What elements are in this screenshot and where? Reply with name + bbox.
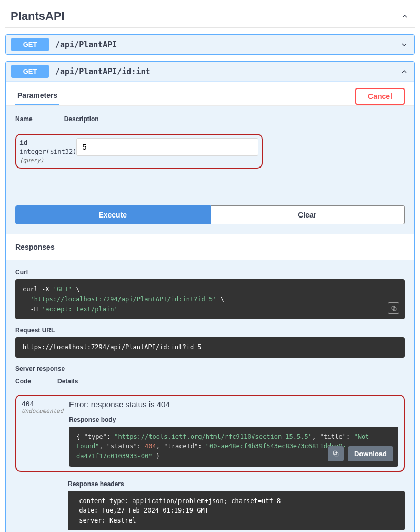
chevron-up-icon <box>399 67 409 76</box>
param-type: integer($int32) <box>19 147 76 156</box>
col-name: Name <box>15 115 33 123</box>
status-undocumented: Undocumented <box>22 408 69 415</box>
responses-heading: Responses <box>6 234 414 260</box>
param-columns: Name Description <box>15 115 405 127</box>
details-column: Error: response status is 404 Response b… <box>69 400 398 467</box>
tab-parameters[interactable]: Parameters <box>15 87 59 105</box>
request-url-label: Request URL <box>15 327 405 334</box>
param-row-id: id integer($int32) (query) <box>15 134 263 169</box>
curl-label: Curl <box>15 269 405 276</box>
http-method-badge: GET <box>11 65 49 78</box>
endpoint-path: /api/PlantAPI <box>55 40 393 50</box>
parameters-panel: Name Description id integer($int32) (que… <box>6 106 414 234</box>
endpoint-row: GET /api/PlantAPI <box>5 34 415 55</box>
server-response-label: Server response <box>15 365 405 372</box>
api-section-header[interactable]: PlantsAPI <box>5 5 415 28</box>
params-tabbar: Parameters Cancel <box>6 82 414 106</box>
param-value-input[interactable] <box>76 138 258 156</box>
copy-icon[interactable] <box>328 446 344 461</box>
col-code: Code <box>15 378 31 385</box>
api-section-title: PlantsAPI <box>11 9 65 23</box>
curl-block: curl -X 'GET' \ 'https://localhost:7294/… <box>15 279 405 319</box>
responses-panel: Curl curl -X 'GET' \ 'https://localhost:… <box>6 260 414 480</box>
response-headers-block: content-type: application/problem+json; … <box>68 491 405 531</box>
response-headers-section: Response headers content-type: applicati… <box>6 480 414 532</box>
param-name: id <box>19 138 76 147</box>
param-meta: id integer($int32) (query) <box>19 138 76 164</box>
response-body-block: { "type": "https://tools.ietf.org/html/r… <box>69 427 398 467</box>
param-location: (query) <box>19 156 76 164</box>
error-message: Error: response status is 404 <box>69 400 398 409</box>
http-method-badge: GET <box>11 38 49 51</box>
clear-button[interactable]: Clear <box>211 205 405 224</box>
col-details: Details <box>57 378 78 385</box>
action-buttons: Execute Clear <box>15 205 405 224</box>
response-highlight: 404 Undocumented Error: response status … <box>15 395 405 472</box>
response-headers-label: Response headers <box>68 480 405 488</box>
chevron-down-icon <box>399 40 409 50</box>
endpoint-body: Parameters Cancel Name Description id in… <box>6 81 414 532</box>
cancel-button[interactable]: Cancel <box>355 88 405 105</box>
chevron-up-icon <box>400 12 409 21</box>
col-description: Description <box>64 115 99 123</box>
status-column: 404 Undocumented <box>22 400 69 415</box>
endpoint-row: GET /api/PlantAPI/id:int Parameters Canc… <box>5 61 415 532</box>
request-url-block: https://localhost:7294/api/PlantAPI/id:i… <box>15 337 405 358</box>
status-code: 404 <box>22 400 69 408</box>
copy-icon[interactable] <box>388 302 399 314</box>
body-actions: Download <box>328 446 393 461</box>
execute-button[interactable]: Execute <box>15 205 211 224</box>
download-button[interactable]: Download <box>348 446 393 461</box>
endpoint-path: /api/PlantAPI/id:int <box>55 67 393 76</box>
endpoint-toggle[interactable]: GET /api/PlantAPI/id:int <box>6 62 414 81</box>
response-body-label: Response body <box>69 416 398 423</box>
response-columns: Code Details <box>15 378 405 385</box>
endpoint-toggle[interactable]: GET /api/PlantAPI <box>6 35 414 54</box>
